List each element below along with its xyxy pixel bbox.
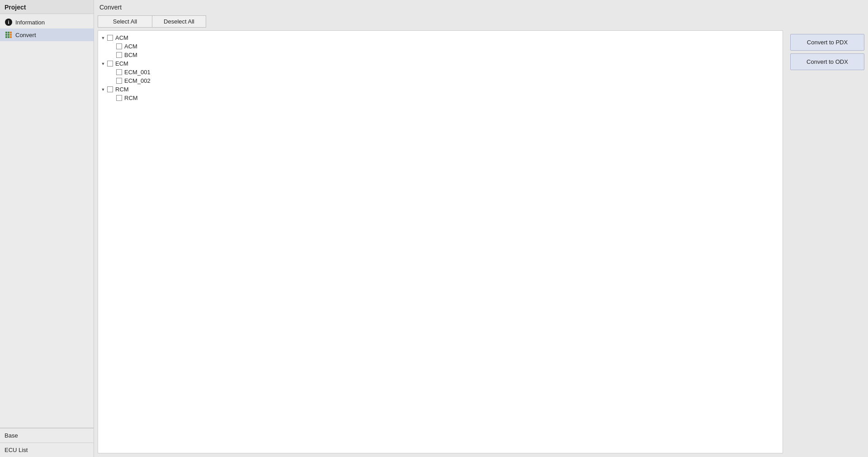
main-content: Convert Select All Deselect All ▼ ACM ▶ … <box>94 0 868 457</box>
tree-node-rcm: ▼ RCM ▶ RCM <box>98 85 783 102</box>
toggle-acm[interactable]: ▼ <box>100 35 106 41</box>
sidebar-bottom: Base ECU List <box>0 428 94 457</box>
tree-label-rcm: RCM <box>114 86 129 93</box>
sidebar-item-information[interactable]: i Information <box>0 16 94 29</box>
checkbox-ecm-002[interactable] <box>116 78 122 84</box>
convert-to-pdx-button[interactable]: Convert to PDX <box>790 34 864 51</box>
tree-label-ecm-001: ECM_001 <box>123 69 151 76</box>
toolbar: Select All Deselect All <box>94 14 868 30</box>
tree-label-acm-child: ACM <box>123 43 137 50</box>
tree-node-row-rcm[interactable]: ▼ RCM <box>98 85 783 94</box>
tree-node-row-bcm[interactable]: ▶ BCM <box>107 51 783 59</box>
checkbox-ecm-001[interactable] <box>116 69 122 75</box>
checkbox-rcm-child[interactable] <box>116 95 122 101</box>
tree-label-ecm-002: ECM_002 <box>123 77 151 84</box>
sidebar-item-convert[interactable]: Convert <box>0 29 94 41</box>
tree-children-ecm: ▶ ECM_001 ▶ ECM_002 <box>98 68 783 85</box>
sidebar-section-base[interactable]: Base <box>0 428 94 443</box>
tree-panel[interactable]: ▼ ACM ▶ ACM ▶ BCM <box>98 30 783 453</box>
tree-label-bcm: BCM <box>123 52 137 58</box>
sidebar-item-convert-label: Convert <box>15 32 36 38</box>
tree-node-row-ecm-001[interactable]: ▶ ECM_001 <box>107 68 783 76</box>
sidebar-title: Project <box>0 0 94 14</box>
sidebar-section-ecu-list[interactable]: ECU List <box>0 443 94 457</box>
tree-node-row-rcm-child[interactable]: ▶ RCM <box>107 94 783 102</box>
tree-label-ecm: ECM <box>114 60 128 67</box>
action-panel: Convert to PDX Convert to ODX <box>787 30 868 457</box>
sidebar-nav: i Information Convert <box>0 14 94 428</box>
tree-node-row-acm[interactable]: ▼ ACM <box>98 33 783 42</box>
main-header: Convert <box>94 0 868 14</box>
tree-node-row-ecm[interactable]: ▼ ECM <box>98 59 783 68</box>
tree-children-rcm: ▶ RCM <box>98 94 783 102</box>
checkbox-acm-child[interactable] <box>116 43 122 49</box>
content-area: ▼ ACM ▶ ACM ▶ BCM <box>94 30 868 457</box>
information-icon: i <box>5 18 13 26</box>
tree-label-acm: ACM <box>114 34 128 41</box>
checkbox-bcm[interactable] <box>116 52 122 58</box>
tree-node-acm: ▼ ACM ▶ ACM ▶ BCM <box>98 33 783 59</box>
tree-node-row-acm-child[interactable]: ▶ ACM <box>107 42 783 51</box>
checkbox-rcm[interactable] <box>107 86 113 92</box>
tree-node-ecm: ▼ ECM ▶ ECM_001 ▶ ECM_002 <box>98 59 783 85</box>
tree-children-acm: ▶ ACM ▶ BCM <box>98 42 783 59</box>
deselect-all-button[interactable]: Deselect All <box>152 15 206 28</box>
tree-node-row-ecm-002[interactable]: ▶ ECM_002 <box>107 76 783 85</box>
sidebar: Project i Information Convert Base ECU L… <box>0 0 94 457</box>
convert-to-odx-button[interactable]: Convert to ODX <box>790 53 864 70</box>
sidebar-item-information-label: Information <box>15 19 45 26</box>
checkbox-ecm[interactable] <box>107 61 113 67</box>
toggle-ecm[interactable]: ▼ <box>100 61 106 67</box>
convert-icon <box>5 31 13 39</box>
toggle-rcm[interactable]: ▼ <box>100 86 106 93</box>
tree-label-rcm-child: RCM <box>123 95 138 101</box>
select-all-button[interactable]: Select All <box>98 15 152 28</box>
checkbox-acm[interactable] <box>107 35 113 41</box>
